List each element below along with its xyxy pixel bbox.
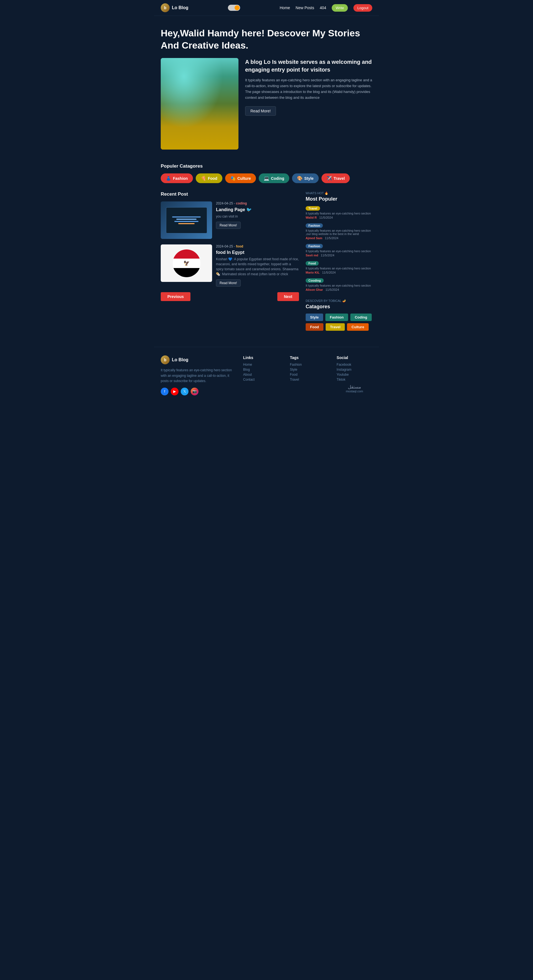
nav-newposts[interactable]: New Posts	[296, 6, 314, 10]
popular-author-3: Savii md 11/5/2024	[306, 254, 372, 257]
hero-readmore-button[interactable]: Read More!	[245, 106, 276, 116]
post-meta-1: 2024-04-25 - coding	[216, 201, 299, 205]
post-info-1: 2024-04-25 - coding Landing Page 🐦 you c…	[216, 201, 299, 229]
sidebar-cat-food[interactable]: Food	[306, 323, 323, 331]
footer-social-facebook[interactable]: Facebook	[337, 363, 372, 366]
code-line-4	[178, 223, 194, 224]
categories-section: Populer Catagores 👗 Fashion 🍕 Food 🎭 Cul…	[154, 158, 379, 189]
fashion-label: Fashion	[173, 176, 188, 181]
post-category-1: coding	[236, 201, 247, 205]
author-name-5: Alison Ghar	[306, 288, 323, 291]
code-line-2	[176, 219, 196, 220]
culture-label: Culture	[237, 176, 251, 181]
watermark-domain: mostaql.com	[337, 390, 372, 393]
author-date-5: 11/5/2024	[326, 288, 339, 291]
brand-logo: b	[161, 3, 170, 12]
footer-link-home[interactable]: Home	[243, 363, 279, 366]
post-readmore-1[interactable]: Read More!	[216, 222, 241, 229]
popular-desc-4: It typically features an eye-catching he…	[306, 267, 372, 270]
category-fashion[interactable]: 👗 Fashion	[161, 173, 193, 183]
footer-tag-travel[interactable]: Travel	[290, 378, 326, 382]
footer-link-contact[interactable]: Contact	[243, 378, 279, 382]
recent-posts-title: Recent Post	[161, 191, 299, 197]
travel-icon: ✈️	[327, 176, 332, 181]
post-readmore-2[interactable]: Read More!	[216, 279, 241, 286]
footer-link-about[interactable]: About	[243, 372, 279, 377]
footer-brand-row: b Lo Blog	[161, 355, 232, 364]
hero-desc: It typically features an eye-catching he…	[245, 77, 372, 100]
popular-author-2: Ajmed Sam 11/5/2024	[306, 236, 372, 240]
coding-thumb-bg	[161, 201, 212, 239]
footer-social-youtube[interactable]: Youtube	[337, 372, 372, 377]
flag-white: 🦅	[173, 259, 200, 268]
links-col-title: Links	[243, 355, 279, 360]
most-popular-section: Whats Hot 🔥 Most Populer Travel It typic…	[306, 191, 372, 291]
popular-desc-1: It typically features an eye-catching he…	[306, 212, 372, 215]
footer-link-blog[interactable]: Blog	[243, 368, 279, 372]
flag-red	[173, 250, 200, 259]
logout-button[interactable]: Logout	[353, 4, 372, 12]
category-style[interactable]: 🎨 Style	[292, 173, 318, 183]
sidebar-cat-culture[interactable]: Culture	[347, 323, 369, 331]
code-line-1	[172, 216, 200, 218]
hero-image-inner	[161, 58, 238, 150]
next-button[interactable]: Next	[277, 292, 299, 301]
twitter-icon[interactable]: 𝕏	[181, 388, 188, 395]
popular-item-2: Fashion It typically features an eye-cat…	[306, 223, 372, 240]
watermark-arabic: مستقل	[337, 384, 372, 390]
posts-column: Recent Post 2024-04-25 - coding	[161, 191, 299, 339]
nav-links: Home New Posts 404 Write Logout	[279, 4, 372, 12]
theme-toggle[interactable]	[228, 5, 240, 11]
egypt-flag: 🦅	[173, 250, 200, 277]
tags-col-title: Tags	[290, 355, 326, 360]
footer-logo: b	[161, 355, 170, 364]
style-icon: 🎨	[297, 176, 303, 181]
footer-social-instagram[interactable]: Instagram	[337, 368, 372, 372]
sidebar-cat-fashion[interactable]: Fashion	[326, 313, 348, 321]
flag-black	[173, 268, 200, 277]
sidebar-cat-coding[interactable]: Coding	[350, 313, 372, 321]
sidebar-cats-title: Catagores	[306, 304, 372, 310]
post-date-1: 2024-04-25	[216, 201, 233, 205]
post-meta-2: 2024-04-25 - food	[216, 245, 299, 248]
categories-list: 👗 Fashion 🍕 Food 🎭 Culture 💻 Coding 🎨 St…	[161, 173, 372, 183]
nav-home[interactable]: Home	[279, 6, 290, 10]
footer-tag-food[interactable]: Food	[290, 372, 326, 377]
category-culture[interactable]: 🎭 Culture	[225, 173, 256, 183]
footer-tag-fashion[interactable]: Fashion	[290, 363, 326, 366]
popular-tag-2: Fashion	[306, 223, 323, 228]
footer-social-tiktok[interactable]: Tiktok	[337, 378, 372, 382]
prev-button[interactable]: Previous	[161, 292, 190, 301]
footer-tags-col: Tags Fashion Style Food Travel	[290, 355, 326, 383]
main-content: Recent Post 2024-04-25 - coding	[154, 189, 379, 347]
category-travel[interactable]: ✈️ Travel	[321, 173, 350, 183]
hero-section: Hey,Walid Hamdy here! Descover My Storie…	[154, 16, 379, 158]
write-button[interactable]: Write	[332, 4, 348, 12]
category-coding[interactable]: 💻 Coding	[259, 173, 289, 183]
hero-content: A blog Lo Is website serves as a welcomi…	[161, 58, 372, 150]
post-excerpt-1: you can visit in	[216, 214, 299, 219]
footer-social-col: Social Facebook Instagram Youtube Tiktok…	[337, 355, 372, 393]
post-thumbnail-egypt: 🦅	[161, 245, 212, 282]
coding-label: Coding	[271, 176, 284, 181]
coding-icon: 💻	[264, 176, 269, 181]
sidebar-cat-style[interactable]: Style	[306, 313, 323, 321]
footer-social: f ▶ 𝕏 📷	[161, 388, 232, 395]
footer-tag-style[interactable]: Style	[290, 368, 326, 372]
social-col-title: Social	[337, 355, 372, 360]
author-name-2: Ajmed Sam	[306, 236, 322, 240]
footer-brand: b Lo Blog It typically features an eye-c…	[161, 355, 232, 395]
nav-404[interactable]: 404	[320, 6, 326, 10]
facebook-icon[interactable]: f	[161, 388, 169, 395]
category-food[interactable]: 🍕 Food	[196, 173, 222, 183]
youtube-icon[interactable]: ▶	[171, 388, 179, 395]
popular-desc-2: It typically features an eye-catching he…	[306, 229, 372, 235]
hero-subtitle: A blog Lo Is website serves as a welcomi…	[245, 58, 372, 73]
instagram-icon[interactable]: 📷	[191, 388, 198, 395]
hero-heading-bold: Hey,Walid Hamdy here!	[161, 28, 265, 38]
author-date-1: 11/5/2024	[319, 216, 333, 219]
post-dash-2: -	[234, 245, 236, 248]
post-info-2: 2024-04-25 - food food In Egypt Koshari …	[216, 245, 299, 286]
sidebar-cat-travel[interactable]: Travel	[326, 323, 345, 331]
travel-label: Travel	[334, 176, 345, 181]
